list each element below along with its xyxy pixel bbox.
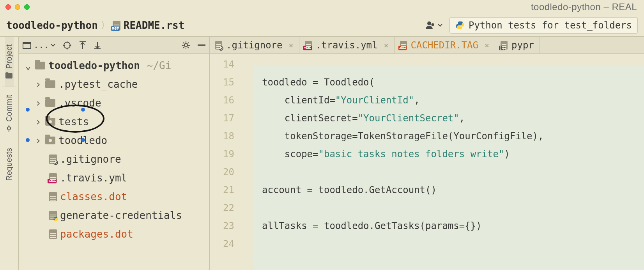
minimize-icon	[198, 44, 205, 46]
chevron-right-icon: ›	[34, 97, 42, 109]
line-number: 14	[210, 55, 234, 73]
run-configuration-label: Python tests for test_folders	[469, 20, 632, 31]
line-number-gutter: 14 15 16 17 18 19 20 21 22 23 24	[210, 54, 240, 270]
tab-label: .gitignore	[226, 40, 283, 51]
tree-item-label: .travis.yml	[60, 172, 127, 184]
close-tab-icon[interactable]: ×	[482, 41, 489, 50]
commit-icon	[6, 125, 13, 132]
close-window-button[interactable]	[5, 4, 11, 10]
tree-root-label: toodledo-python	[48, 60, 140, 71]
breadcrumb: toodledo-python 〉 RST README.rst	[6, 20, 184, 31]
line-number: 20	[210, 163, 234, 181]
tree-folder-tests[interactable]: › tests	[19, 112, 209, 131]
tree-item-label: .gitignore	[60, 153, 121, 165]
code-line: clientSecret="YourClientSecret",	[262, 109, 644, 127]
vcs-change-marker	[81, 108, 85, 112]
code-line	[262, 163, 644, 181]
tree-item-label: .pytest_cache	[58, 78, 138, 90]
line-number: 15	[210, 73, 234, 91]
tree-root[interactable]: ⌄ toodledo-python ~/Gi	[19, 56, 209, 75]
code-line: tokenStorage=TokenStorageFile(YourConfig…	[262, 127, 644, 145]
minimize-window-button[interactable]	[15, 4, 20, 10]
code-line	[262, 235, 644, 253]
window-titlebar: toodledo-python – REAL	[0, 0, 644, 14]
package-folder-icon	[45, 118, 55, 126]
editor-area: .gitignore × YML .travis.yml × JSP CACHE…	[210, 37, 644, 270]
breadcrumb-separator-icon: 〉	[101, 20, 110, 31]
select-opened-file-button[interactable]	[62, 41, 72, 50]
project-toolbar: ...	[19, 37, 209, 54]
file-icon	[49, 192, 57, 201]
rail-requests-label: Requests	[5, 148, 14, 181]
project-view-label: ...	[34, 40, 49, 50]
python-icon	[455, 21, 465, 30]
code-content[interactable]: toodledo = Toodledo( clientId="YourClien…	[250, 54, 644, 270]
window-icon	[23, 42, 31, 49]
code-with-me-button[interactable]	[422, 19, 446, 32]
breadcrumb-root[interactable]: toodledo-python	[6, 20, 98, 31]
zoom-window-button[interactable]	[24, 4, 30, 10]
line-number: 24	[210, 235, 234, 253]
python-file-icon	[49, 211, 57, 220]
breadcrumb-file[interactable]: README.rst	[124, 20, 185, 31]
code-line: account = toodledo.GetAccount()	[262, 181, 644, 199]
rail-commit[interactable]: Commit	[5, 87, 14, 140]
tree-root-path: ~/Gi	[147, 60, 172, 71]
tree-item-label: packages.dot	[60, 228, 133, 240]
tree-file-classes[interactable]: classes.dot	[19, 187, 209, 206]
file-icon	[49, 229, 57, 239]
tab-cachedir[interactable]: JSP CACHEDIR.TAG ×	[395, 37, 495, 53]
svg-point-16	[184, 44, 188, 47]
tree-file-travis[interactable]: YML .travis.yml	[19, 169, 209, 187]
tab-travis[interactable]: YML .travis.yml ×	[299, 37, 395, 53]
tree-file-generate-credentials[interactable]: generate-credentials	[19, 206, 209, 225]
rail-project[interactable]: Project	[5, 37, 14, 87]
folder-icon	[45, 80, 55, 88]
rail-requests[interactable]: Requests	[5, 140, 14, 189]
tab-pyproject[interactable]: [T] pypr	[495, 37, 540, 53]
svg-line-21	[183, 43, 184, 44]
code-line: clientId="YourClientId",	[262, 91, 644, 109]
hide-tool-window-button[interactable]	[198, 44, 205, 46]
tree-file-gitignore[interactable]: .gitignore	[19, 150, 209, 169]
expand-all-button[interactable]	[79, 41, 87, 50]
tree-folder-toodledo[interactable]: › toodledo	[19, 131, 209, 150]
tab-gitignore[interactable]: .gitignore ×	[210, 37, 299, 53]
navigation-bar: toodledo-python 〉 RST README.rst Python …	[0, 14, 644, 37]
svg-point-0	[427, 21, 431, 25]
tree-item-label: .vscode	[58, 97, 101, 109]
project-settings-button[interactable]	[181, 41, 191, 50]
collapse-all-icon	[94, 41, 101, 50]
chevron-right-icon: ›	[34, 116, 42, 128]
gear-icon	[181, 41, 191, 50]
folder-icon	[5, 72, 13, 79]
package-folder-icon	[45, 137, 55, 144]
tab-label: pypr	[511, 40, 534, 51]
chevron-right-icon: ›	[34, 78, 42, 90]
chevron-right-icon: ›	[34, 135, 42, 146]
gutter-annotations	[240, 54, 250, 270]
rst-file-icon: RST	[113, 21, 120, 30]
svg-point-2	[8, 127, 11, 130]
folder-icon	[45, 99, 55, 107]
code-line: allTasks = toodledo.GetTasks(params={})	[262, 217, 644, 235]
close-tab-icon[interactable]: ×	[287, 41, 294, 50]
folder-icon	[35, 62, 45, 69]
tree-folder-pytest-cache[interactable]: › .pytest_cache	[19, 75, 209, 94]
collapse-all-button[interactable]	[94, 41, 101, 50]
tool-window-rail: Project Commit Requests	[0, 37, 19, 270]
tree-folder-vscode[interactable]: › .vscode	[19, 94, 209, 112]
svg-line-22	[188, 47, 189, 48]
tab-label: CACHEDIR.TAG	[411, 40, 478, 51]
code-editor[interactable]: 14 15 16 17 18 19 20 21 22 23 24 toodled…	[210, 54, 644, 270]
run-configuration-selector[interactable]: Python tests for test_folders	[449, 17, 638, 34]
rail-project-label: Project	[5, 44, 14, 69]
tree-file-packages[interactable]: packages.dot	[19, 225, 209, 243]
project-view-selector[interactable]: ...	[23, 40, 55, 50]
code-line: scope="basic tasks notes folders write")	[262, 145, 644, 163]
code-line	[262, 55, 644, 73]
line-number: 21	[210, 181, 234, 199]
window-title: toodledo-python – REAL	[34, 2, 639, 12]
close-tab-icon[interactable]: ×	[382, 41, 389, 50]
rail-commit-label: Commit	[5, 95, 14, 122]
